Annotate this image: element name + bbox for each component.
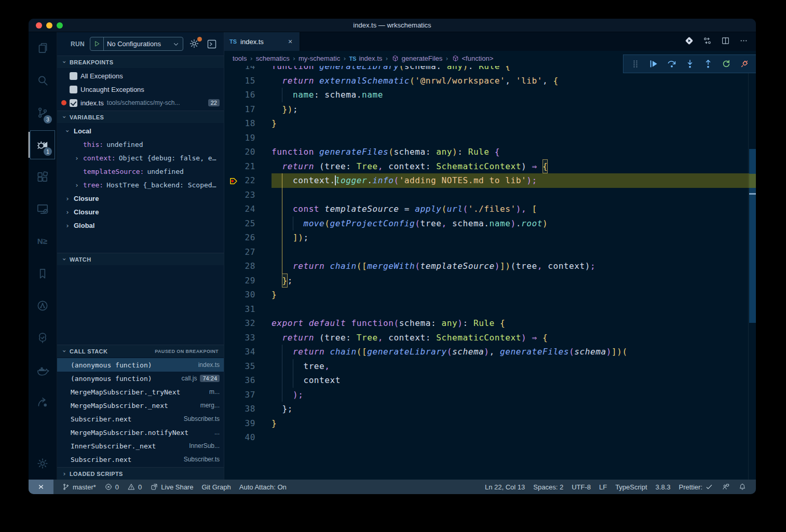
continue-button[interactable]	[647, 58, 660, 70]
breakpoint-row[interactable]: Uncaught Exceptions	[57, 83, 224, 96]
gutter[interactable]: 26	[224, 230, 272, 245]
variable-row[interactable]: templateSource: undefined	[57, 165, 224, 178]
status-item-lf[interactable]: LF	[595, 480, 611, 494]
breadcrumb-item[interactable]: my-schematic	[299, 54, 340, 62]
overview-ruler[interactable]	[748, 66, 756, 480]
call-stack-frame[interactable]: (anonymous function)index.ts	[57, 358, 224, 372]
maximize-window-button[interactable]	[57, 22, 63, 29]
gutter[interactable]: 32	[224, 316, 272, 331]
close-tab-button[interactable]: ×	[286, 37, 294, 46]
breadcrumb-item[interactable]: tools	[233, 54, 247, 62]
call-stack-frame[interactable]: MergeMapSubscriber.notifyNext...	[57, 426, 224, 439]
gutter[interactable]: 31	[224, 302, 272, 317]
breadcrumb-item[interactable]: TSindex.ts	[349, 54, 382, 62]
gutter[interactable]: 30	[224, 288, 272, 302]
activity-item-settings-gear[interactable]	[29, 447, 57, 480]
breadcrumb-item[interactable]: <function>	[452, 54, 494, 62]
breakpoints-header[interactable]: › BREAKPOINTS	[57, 56, 224, 68]
gutter[interactable]: 39	[224, 416, 272, 431]
activity-item-test-explorer[interactable]	[29, 322, 57, 354]
gutter[interactable]: 17	[224, 102, 272, 117]
gutter[interactable]: 34	[224, 345, 272, 359]
status-item-3-8-3[interactable]: 3.8.3	[652, 480, 675, 494]
status-item-error-circle[interactable]: 0	[100, 480, 123, 494]
compare-changes-button[interactable]	[702, 36, 712, 48]
breakpoint-checkbox[interactable]	[70, 99, 77, 107]
status-item-spaces-2[interactable]: Spaces: 2	[529, 480, 567, 494]
activity-item-live-share[interactable]	[29, 386, 57, 418]
debug-console-button[interactable]	[206, 38, 218, 50]
call-stack-frame[interactable]: MergeMapSubscriber._nextmerg...	[57, 399, 224, 412]
call-stack-header[interactable]: › CALL STACK PAUSED ON BREAKPOINT	[57, 345, 224, 357]
status-item-remote-indicator[interactable]	[29, 480, 53, 494]
status-item-live-share-status[interactable]: Live Share	[146, 480, 197, 494]
code-editor[interactable]: 14function generateLibrary(schema: any):…	[224, 66, 756, 480]
gutter[interactable]: 21	[224, 159, 272, 174]
call-stack-frame[interactable]: MergeMapSubscriber._tryNextm...	[57, 385, 224, 399]
gutter[interactable]: 36	[224, 373, 272, 388]
breakpoint-row[interactable]: All Exceptions	[57, 69, 224, 83]
step-into-button[interactable]	[684, 58, 696, 70]
variable-row[interactable]: ›context: Object {debug: false, en…	[57, 151, 224, 165]
tab-index-ts[interactable]: TS index.ts ×	[224, 32, 300, 51]
gutter[interactable]: 29	[224, 274, 272, 288]
variable-row[interactable]: this: undefined	[57, 138, 224, 151]
activity-item-bookmarks[interactable]	[29, 257, 57, 290]
variable-scope-row[interactable]: ›Closure	[57, 205, 224, 219]
gutter[interactable]: 22	[224, 173, 272, 188]
call-stack-frame[interactable]: Subscriber.nextSubscriber.ts	[57, 412, 224, 426]
gutter[interactable]: 37	[224, 388, 272, 402]
gutter[interactable]: 16	[224, 88, 272, 102]
status-item-typescript[interactable]: TypeScript	[611, 480, 651, 494]
gutter[interactable]: 19	[224, 131, 272, 145]
variable-row[interactable]: ›tree: HostTree {_backend: ScopedH…	[57, 178, 224, 192]
watch-header[interactable]: › WATCH	[57, 253, 224, 265]
step-out-button[interactable]	[702, 58, 714, 70]
variable-scope-row[interactable]: ›Closure	[57, 192, 224, 205]
status-item-auto-attach-on[interactable]: Auto Attach: On	[235, 480, 291, 494]
variables-header[interactable]: › VARIABLES	[57, 111, 224, 123]
gutter[interactable]: 27	[224, 245, 272, 260]
drag-handle-button[interactable]	[629, 58, 642, 70]
activity-item-nx-console[interactable]: N≥	[29, 225, 57, 257]
minimize-window-button[interactable]	[46, 22, 52, 29]
start-debugging-button[interactable]	[90, 37, 104, 50]
status-item-warning-triangle[interactable]: 0	[123, 480, 146, 494]
breakpoint-checkbox[interactable]	[70, 86, 77, 93]
configure-gear-button[interactable]	[188, 38, 201, 50]
activity-item-search[interactable]	[29, 64, 57, 97]
activity-item-run-debug[interactable]: 1	[29, 129, 57, 161]
breakpoint-row[interactable]: index.tstools/schematics/my-sch...22	[57, 96, 224, 110]
close-window-button[interactable]	[36, 22, 42, 29]
status-item-git-branch[interactable]: master*	[58, 480, 100, 494]
gutter[interactable]: 24	[224, 202, 272, 216]
status-item-utf-8[interactable]: UTF-8	[567, 480, 595, 494]
gutter[interactable]: 15	[224, 74, 272, 88]
status-item-bell[interactable]	[734, 480, 751, 494]
launch-configuration-dropdown[interactable]: No Configurations	[90, 37, 183, 51]
gutter[interactable]: 14	[224, 66, 272, 74]
disconnect-button[interactable]	[738, 58, 751, 70]
status-item-git-graph[interactable]: Git Graph	[197, 480, 235, 494]
activity-item-source-control[interactable]: 3	[29, 97, 57, 129]
restart-button[interactable]	[720, 58, 733, 70]
gutter[interactable]: 20	[224, 145, 272, 159]
gutter[interactable]: 25	[224, 216, 272, 231]
activity-item-extensions[interactable]	[29, 161, 57, 193]
gutter[interactable]: 38	[224, 402, 272, 416]
loaded-scripts-header[interactable]: › LOADED SCRIPTS	[57, 468, 224, 480]
gutter[interactable]: 18	[224, 116, 272, 131]
gutter[interactable]: 40	[224, 430, 272, 445]
activity-item-files[interactable]	[29, 32, 57, 64]
step-over-button[interactable]	[666, 58, 678, 70]
breadcrumb-item[interactable]: schematics	[256, 54, 290, 62]
breadcrumb-item[interactable]: generateFiles	[391, 54, 443, 62]
call-stack-frame[interactable]: InnerSubscriber._nextInnerSub...	[57, 439, 224, 453]
status-item-check[interactable]: Prettier:	[674, 480, 717, 494]
gutter[interactable]: 28	[224, 259, 272, 274]
breakpoint-checkbox[interactable]	[70, 72, 77, 80]
activity-item-remote-explorer[interactable]	[29, 193, 57, 225]
gutter[interactable]: 23	[224, 188, 272, 202]
more-actions-button[interactable]	[739, 36, 749, 48]
variable-scope-row[interactable]: ›Global	[57, 219, 224, 232]
